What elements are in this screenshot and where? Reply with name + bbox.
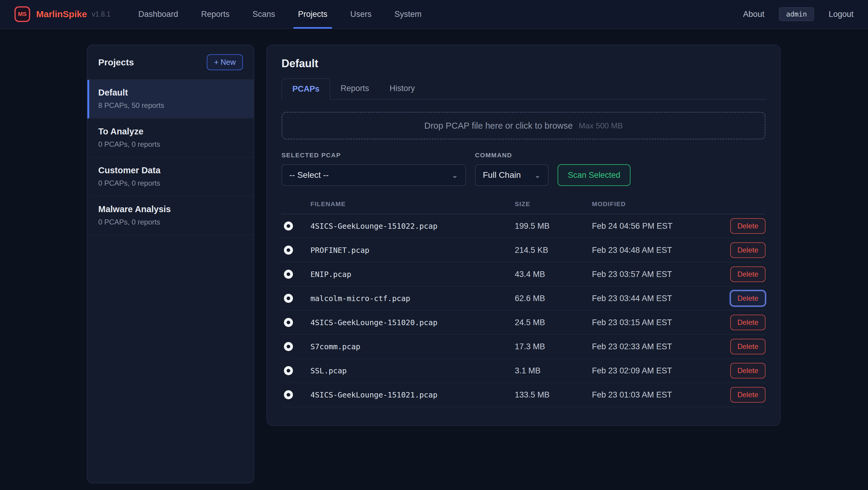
- nav-item[interactable]: Users: [350, 0, 372, 29]
- tab[interactable]: History: [379, 78, 425, 100]
- pcap-modified: Feb 23 03:44 AM EST: [592, 294, 730, 303]
- pcap-size: 17.3 MB: [515, 342, 592, 351]
- app-logo-icon[interactable]: MS: [14, 6, 30, 22]
- delete-button[interactable]: Delete: [730, 363, 766, 378]
- delete-button[interactable]: Delete: [730, 242, 766, 258]
- project-meta: 8 PCAPs, 50 reports: [98, 101, 243, 110]
- pcap-radio[interactable]: [284, 390, 293, 399]
- chevron-down-icon: ⌄: [534, 171, 541, 179]
- pcap-table: FILENAME SIZE MODIFIED 4SICS-GeekLounge-…: [281, 201, 766, 407]
- delete-button[interactable]: Delete: [730, 339, 766, 355]
- modified-header: MODIFIED: [592, 201, 730, 208]
- nav-links: DashboardReportsScansProjectsUsersSystem: [138, 0, 422, 29]
- pcap-filename: SSL.pcap: [310, 366, 515, 375]
- nav-item[interactable]: Scans: [253, 0, 275, 29]
- pcap-size: 43.4 MB: [515, 270, 592, 279]
- project-meta: 0 PCAPs, 0 reports: [98, 218, 243, 226]
- pcap-select[interactable]: -- Select -- ⌄: [281, 164, 466, 186]
- nav-item[interactable]: Dashboard: [138, 0, 178, 29]
- table-row: malcolm-micro-ctf.pcap 62.6 MB Feb 23 03…: [281, 286, 766, 311]
- project-name: Default: [98, 88, 243, 98]
- project-list-item[interactable]: Malware Analysis 0 PCAPs, 0 reports: [87, 196, 254, 235]
- pcap-radio[interactable]: [284, 366, 293, 375]
- page-title: Default: [281, 57, 766, 70]
- app-version: v1.8.1: [92, 10, 111, 19]
- pcap-filename: 4SICS-GeekLounge-151022.pcap: [310, 222, 515, 231]
- command-group: COMMAND Full Chain ⌄: [475, 152, 549, 186]
- pcap-modified: Feb 23 02:33 AM EST: [592, 342, 730, 351]
- command-select[interactable]: Full Chain ⌄: [475, 164, 549, 186]
- logout-link[interactable]: Logout: [829, 10, 854, 19]
- project-meta: 0 PCAPs, 0 reports: [98, 179, 243, 187]
- projects-sidebar: Projects + New Default 8 PCAPs, 50 repor…: [87, 44, 254, 483]
- tab[interactable]: PCAPs: [281, 78, 330, 100]
- pcap-radio[interactable]: [284, 246, 293, 255]
- selected-pcap-group: SELECTED PCAP -- Select -- ⌄: [281, 152, 466, 186]
- project-detail-panel: Default PCAPsReportsHistory Drop PCAP fi…: [267, 44, 781, 426]
- project-list: Default 8 PCAPs, 50 reports To Analyze 0…: [87, 79, 254, 235]
- project-meta: 0 PCAPs, 0 reports: [98, 140, 243, 149]
- size-header: SIZE: [515, 201, 592, 208]
- project-list-item[interactable]: Customer Data 0 PCAPs, 0 reports: [87, 158, 254, 196]
- table-row: 4SICS-GeekLounge-151020.pcap 24.5 MB Feb…: [281, 311, 766, 335]
- pcap-size: 24.5 MB: [515, 318, 592, 327]
- scan-controls: SELECTED PCAP -- Select -- ⌄ COMMAND Ful…: [281, 152, 766, 186]
- user-badge[interactable]: admin: [779, 7, 814, 21]
- pcap-filename: ENIP.pcap: [310, 270, 515, 279]
- project-list-item[interactable]: Default 8 PCAPs, 50 reports: [87, 80, 254, 119]
- pcap-modified: Feb 24 04:56 PM EST: [592, 221, 730, 231]
- delete-button[interactable]: Delete: [730, 218, 766, 234]
- pcap-filename: malcolm-micro-ctf.pcap: [310, 294, 515, 303]
- pcap-size: 3.1 MB: [515, 366, 592, 375]
- pcap-modified: Feb 23 03:15 AM EST: [592, 318, 730, 327]
- pcap-radio[interactable]: [284, 221, 293, 231]
- nav-item[interactable]: Projects: [298, 0, 328, 29]
- pcap-filename: 4SICS-GeekLounge-151021.pcap: [310, 391, 515, 399]
- detail-tabs: PCAPsReportsHistory: [281, 78, 766, 100]
- command-select-value: Full Chain: [483, 170, 521, 180]
- project-name: Malware Analysis: [98, 204, 243, 214]
- delete-button[interactable]: Delete: [730, 387, 766, 403]
- command-label: COMMAND: [475, 152, 549, 159]
- new-project-button[interactable]: + New: [207, 54, 243, 70]
- selected-pcap-label: SELECTED PCAP: [281, 152, 466, 159]
- table-row: ENIP.pcap 43.4 MB Feb 23 03:57 AM EST De…: [281, 263, 766, 286]
- pcap-radio[interactable]: [284, 318, 293, 327]
- project-list-item[interactable]: To Analyze 0 PCAPs, 0 reports: [87, 119, 254, 158]
- pcap-radio[interactable]: [284, 342, 293, 351]
- top-navbar: MS MarlinSpike v1.8.1 DashboardReportsSc…: [0, 0, 868, 29]
- brand-name[interactable]: MarlinSpike: [36, 9, 87, 19]
- tab[interactable]: Reports: [330, 78, 379, 100]
- table-row: SSL.pcap 3.1 MB Feb 23 02:09 AM EST Dele…: [281, 359, 766, 383]
- delete-button[interactable]: Delete: [730, 315, 766, 330]
- about-link[interactable]: About: [743, 10, 765, 19]
- table-body: 4SICS-GeekLounge-151022.pcap 199.5 MB Fe…: [281, 214, 766, 407]
- project-name: Customer Data: [98, 165, 243, 175]
- pcap-size: 133.5 MB: [515, 390, 592, 400]
- delete-button[interactable]: Delete: [730, 266, 766, 282]
- dropzone-text: Drop PCAP file here or click to browse: [424, 121, 573, 131]
- dropzone-hint: Max 500 MB: [579, 121, 623, 130]
- scan-selected-button[interactable]: Scan Selected: [558, 164, 630, 186]
- delete-button[interactable]: Delete: [730, 290, 766, 306]
- filename-header: FILENAME: [310, 201, 515, 208]
- pcap-filename: 4SICS-GeekLounge-151020.pcap: [310, 318, 515, 327]
- pcap-modified: Feb 23 04:48 AM EST: [592, 246, 730, 255]
- nav-item[interactable]: System: [395, 0, 422, 29]
- pcap-modified: Feb 23 01:03 AM EST: [592, 390, 730, 400]
- pcap-select-value: -- Select --: [289, 170, 329, 180]
- pcap-filename: PROFINET.pcap: [310, 246, 515, 255]
- sidebar-header: Projects + New: [87, 45, 254, 79]
- pcap-modified: Feb 23 02:09 AM EST: [592, 366, 730, 375]
- table-row: PROFINET.pcap 214.5 KB Feb 23 04:48 AM E…: [281, 238, 766, 263]
- nav-item[interactable]: Reports: [201, 0, 230, 29]
- table-row: 4SICS-GeekLounge-151022.pcap 199.5 MB Fe…: [281, 214, 766, 238]
- pcap-radio[interactable]: [284, 270, 293, 279]
- content-area: Projects + New Default 8 PCAPs, 50 repor…: [0, 29, 868, 483]
- sidebar-title: Projects: [98, 57, 134, 67]
- nav-right: About admin Logout: [743, 7, 854, 21]
- pcap-dropzone[interactable]: Drop PCAP file here or click to browse M…: [281, 112, 766, 140]
- chevron-down-icon: ⌄: [452, 171, 458, 179]
- pcap-radio[interactable]: [284, 294, 293, 303]
- pcap-filename: S7comm.pcap: [310, 342, 515, 351]
